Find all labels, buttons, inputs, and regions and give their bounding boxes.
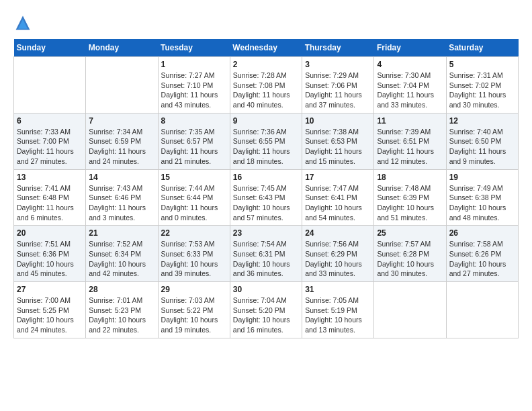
day-number: 1 xyxy=(161,60,227,69)
calendar-cell: 14Sunrise: 7:43 AM Sunset: 6:46 PM Dayli… xyxy=(86,169,158,226)
calendar-week-4: 20Sunrise: 7:51 AM Sunset: 6:36 PM Dayli… xyxy=(14,226,519,282)
day-info: Sunrise: 7:53 AM Sunset: 6:33 PM Dayligh… xyxy=(161,239,227,279)
calendar-cell: 31Sunrise: 7:05 AM Sunset: 5:19 PM Dayli… xyxy=(302,282,374,338)
day-number: 16 xyxy=(233,173,299,182)
day-info: Sunrise: 7:03 AM Sunset: 5:22 PM Dayligh… xyxy=(161,295,227,335)
calendar-cell: 25Sunrise: 7:57 AM Sunset: 6:28 PM Dayli… xyxy=(374,226,446,282)
calendar-cell: 10Sunrise: 7:38 AM Sunset: 6:53 PM Dayli… xyxy=(302,113,374,169)
day-number: 11 xyxy=(377,116,443,126)
calendar-table: SundayMondayTuesdayWednesdayThursdayFrid… xyxy=(13,39,519,338)
day-number: 20 xyxy=(17,228,83,238)
calendar-cell: 18Sunrise: 7:48 AM Sunset: 6:39 PM Dayli… xyxy=(374,169,446,226)
calendar-cell: 1Sunrise: 7:27 AM Sunset: 7:10 PM Daylig… xyxy=(158,57,230,113)
day-number: 23 xyxy=(233,228,299,238)
calendar-cell xyxy=(86,57,158,113)
day-number: 24 xyxy=(305,228,371,238)
weekday-header-tuesday: Tuesday xyxy=(158,39,230,57)
calendar-cell: 29Sunrise: 7:03 AM Sunset: 5:22 PM Dayli… xyxy=(158,282,230,338)
calendar-cell: 6Sunrise: 7:33 AM Sunset: 7:00 PM Daylig… xyxy=(14,113,86,169)
calendar-cell xyxy=(14,57,86,113)
day-info: Sunrise: 7:05 AM Sunset: 5:19 PM Dayligh… xyxy=(305,295,371,335)
calendar-cell: 23Sunrise: 7:54 AM Sunset: 6:31 PM Dayli… xyxy=(230,226,302,282)
day-number: 4 xyxy=(377,60,443,69)
day-info: Sunrise: 7:39 AM Sunset: 6:51 PM Dayligh… xyxy=(377,127,443,167)
day-info: Sunrise: 7:35 AM Sunset: 6:57 PM Dayligh… xyxy=(161,127,227,167)
day-info: Sunrise: 7:51 AM Sunset: 6:36 PM Dayligh… xyxy=(17,239,83,279)
calendar-cell: 17Sunrise: 7:47 AM Sunset: 6:41 PM Dayli… xyxy=(302,169,374,226)
calendar-cell: 22Sunrise: 7:53 AM Sunset: 6:33 PM Dayli… xyxy=(158,226,230,282)
day-info: Sunrise: 7:34 AM Sunset: 6:59 PM Dayligh… xyxy=(89,127,154,167)
day-info: Sunrise: 7:04 AM Sunset: 5:20 PM Dayligh… xyxy=(233,295,299,335)
day-number: 29 xyxy=(161,285,227,294)
calendar-cell: 11Sunrise: 7:39 AM Sunset: 6:51 PM Dayli… xyxy=(374,113,446,169)
logo-icon xyxy=(13,13,32,32)
calendar-week-5: 27Sunrise: 7:00 AM Sunset: 5:25 PM Dayli… xyxy=(14,282,519,338)
calendar-cell: 5Sunrise: 7:31 AM Sunset: 7:02 PM Daylig… xyxy=(446,57,518,113)
logo xyxy=(13,13,35,32)
day-number: 26 xyxy=(449,228,515,238)
weekday-header-sunday: Sunday xyxy=(14,39,86,57)
page-header xyxy=(13,13,519,32)
calendar-week-3: 13Sunrise: 7:41 AM Sunset: 6:48 PM Dayli… xyxy=(14,169,519,226)
day-number: 12 xyxy=(449,116,515,126)
day-number: 19 xyxy=(449,173,515,182)
calendar-cell: 27Sunrise: 7:00 AM Sunset: 5:25 PM Dayli… xyxy=(14,282,86,338)
day-number: 18 xyxy=(377,173,443,182)
calendar-cell: 30Sunrise: 7:04 AM Sunset: 5:20 PM Dayli… xyxy=(230,282,302,338)
day-info: Sunrise: 7:54 AM Sunset: 6:31 PM Dayligh… xyxy=(233,239,299,279)
calendar-cell: 21Sunrise: 7:52 AM Sunset: 6:34 PM Dayli… xyxy=(86,226,158,282)
calendar-cell: 9Sunrise: 7:36 AM Sunset: 6:55 PM Daylig… xyxy=(230,113,302,169)
day-number: 5 xyxy=(449,60,515,69)
day-info: Sunrise: 7:48 AM Sunset: 6:39 PM Dayligh… xyxy=(377,183,443,223)
weekday-header-row: SundayMondayTuesdayWednesdayThursdayFrid… xyxy=(14,39,519,57)
weekday-header-friday: Friday xyxy=(374,39,446,57)
day-number: 30 xyxy=(233,285,299,294)
calendar-cell: 16Sunrise: 7:45 AM Sunset: 6:43 PM Dayli… xyxy=(230,169,302,226)
calendar-cell: 28Sunrise: 7:01 AM Sunset: 5:23 PM Dayli… xyxy=(86,282,158,338)
calendar-cell: 13Sunrise: 7:41 AM Sunset: 6:48 PM Dayli… xyxy=(14,169,86,226)
day-number: 14 xyxy=(89,173,154,182)
day-info: Sunrise: 7:36 AM Sunset: 6:55 PM Dayligh… xyxy=(233,127,299,167)
day-info: Sunrise: 7:31 AM Sunset: 7:02 PM Dayligh… xyxy=(449,71,515,110)
day-info: Sunrise: 7:49 AM Sunset: 6:38 PM Dayligh… xyxy=(449,183,515,223)
day-info: Sunrise: 7:52 AM Sunset: 6:34 PM Dayligh… xyxy=(89,239,154,279)
day-number: 3 xyxy=(305,60,371,69)
weekday-header-wednesday: Wednesday xyxy=(230,39,302,57)
day-info: Sunrise: 7:01 AM Sunset: 5:23 PM Dayligh… xyxy=(89,295,154,335)
calendar-cell: 8Sunrise: 7:35 AM Sunset: 6:57 PM Daylig… xyxy=(158,113,230,169)
day-info: Sunrise: 7:27 AM Sunset: 7:10 PM Dayligh… xyxy=(161,71,227,110)
calendar-cell: 3Sunrise: 7:29 AM Sunset: 7:06 PM Daylig… xyxy=(302,57,374,113)
day-number: 9 xyxy=(233,116,299,126)
day-info: Sunrise: 7:47 AM Sunset: 6:41 PM Dayligh… xyxy=(305,183,371,223)
day-info: Sunrise: 7:29 AM Sunset: 7:06 PM Dayligh… xyxy=(305,71,371,110)
day-number: 2 xyxy=(233,60,299,69)
day-number: 15 xyxy=(161,173,227,182)
calendar-week-2: 6Sunrise: 7:33 AM Sunset: 7:00 PM Daylig… xyxy=(14,113,519,169)
day-info: Sunrise: 7:57 AM Sunset: 6:28 PM Dayligh… xyxy=(377,239,443,279)
day-info: Sunrise: 7:56 AM Sunset: 6:29 PM Dayligh… xyxy=(305,239,371,279)
day-number: 31 xyxy=(305,285,371,294)
day-number: 6 xyxy=(17,116,83,126)
calendar-cell: 7Sunrise: 7:34 AM Sunset: 6:59 PM Daylig… xyxy=(86,113,158,169)
calendar-cell: 19Sunrise: 7:49 AM Sunset: 6:38 PM Dayli… xyxy=(446,169,518,226)
calendar-cell: 20Sunrise: 7:51 AM Sunset: 6:36 PM Dayli… xyxy=(14,226,86,282)
day-number: 13 xyxy=(17,173,83,182)
day-number: 27 xyxy=(17,285,83,294)
day-info: Sunrise: 7:44 AM Sunset: 6:44 PM Dayligh… xyxy=(161,183,227,223)
day-info: Sunrise: 7:43 AM Sunset: 6:46 PM Dayligh… xyxy=(89,183,154,223)
day-number: 8 xyxy=(161,116,227,126)
day-info: Sunrise: 7:45 AM Sunset: 6:43 PM Dayligh… xyxy=(233,183,299,223)
day-number: 25 xyxy=(377,228,443,238)
weekday-header-monday: Monday xyxy=(86,39,158,57)
weekday-header-saturday: Saturday xyxy=(446,39,518,57)
day-info: Sunrise: 7:58 AM Sunset: 6:26 PM Dayligh… xyxy=(449,239,515,279)
calendar-cell xyxy=(446,282,518,338)
calendar-cell: 2Sunrise: 7:28 AM Sunset: 7:08 PM Daylig… xyxy=(230,57,302,113)
day-number: 21 xyxy=(89,228,154,238)
day-info: Sunrise: 7:38 AM Sunset: 6:53 PM Dayligh… xyxy=(305,127,371,167)
day-number: 28 xyxy=(89,285,154,294)
day-info: Sunrise: 7:30 AM Sunset: 7:04 PM Dayligh… xyxy=(377,71,443,110)
day-info: Sunrise: 7:41 AM Sunset: 6:48 PM Dayligh… xyxy=(17,183,83,223)
day-number: 22 xyxy=(161,228,227,238)
calendar-cell xyxy=(374,282,446,338)
